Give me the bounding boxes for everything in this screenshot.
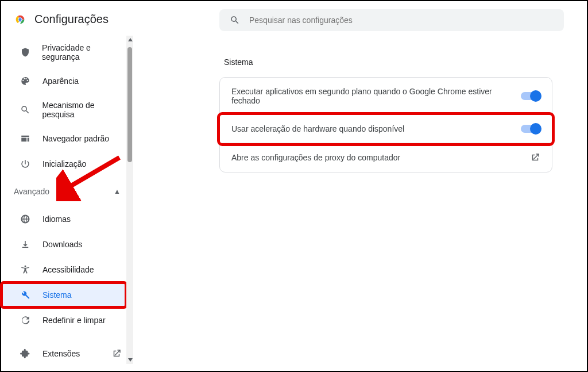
sidebar-item-label: Navegador padrão (42, 134, 109, 143)
toggle-bg-apps[interactable] (521, 92, 540, 100)
setting-label: Abre as configurações de proxy do comput… (231, 153, 400, 162)
setting-label: Usar aceleração de hardware quando dispo… (231, 124, 404, 133)
scroll-thumb[interactable] (127, 47, 132, 162)
sidebar: Configurações Privacidade e segurançaApa… (1, 1, 133, 371)
restore-icon (20, 315, 31, 326)
sidebar-item-label: Extensões (42, 349, 80, 358)
setting-row-proxy[interactable]: Abre as configurações de proxy do comput… (220, 143, 552, 172)
setting-row-bg-apps[interactable]: Executar aplicativos em segundo plano qu… (220, 78, 552, 115)
sidebar-item-about[interactable]: Sobre o Google Chrome (1, 366, 126, 372)
sidebar-item-label: Sistema (42, 290, 72, 300)
page-title: Configurações (34, 13, 109, 26)
sidebar-item-default-b[interactable]: Navegador padrão (1, 126, 126, 151)
sidebar-item-label: Privacidade e segurança (42, 43, 126, 62)
search-icon (230, 15, 240, 25)
toggle-hw-accel[interactable] (521, 125, 540, 133)
setting-row-hw-accel[interactable]: Usar aceleração de hardware quando dispo… (220, 115, 552, 143)
sidebar-item-privacy[interactable]: Privacidade e segurança (1, 36, 126, 68)
sidebar-item-label: Redefinir e limpar (42, 316, 106, 325)
nav-footer: ExtensõesSobre o Google Chrome (1, 341, 133, 372)
sidebar-scrollbar[interactable] (126, 36, 133, 364)
system-card: Executar aplicativos em segundo plano qu… (219, 77, 552, 172)
sidebar-item-a11y[interactable]: Acessibilidade (1, 257, 126, 282)
extension-icon (20, 348, 31, 359)
sidebar-item-startup[interactable]: Inicialização (1, 151, 126, 177)
power-icon (20, 158, 31, 170)
sidebar-item-label: Downloads (42, 240, 82, 249)
sidebar-item-downloads[interactable]: Downloads (1, 232, 126, 257)
nav-top: Privacidade e segurançaAparênciaMecanism… (1, 36, 133, 177)
sidebar-item-appearance[interactable]: Aparência (1, 68, 126, 94)
sidebar-header: Configurações (1, 8, 133, 36)
setting-label: Executar aplicativos em segundo plano qu… (231, 87, 512, 105)
section-title: Sistema (224, 57, 564, 67)
advanced-label: Avançado (14, 187, 49, 196)
external-link-icon (111, 348, 122, 359)
shield-icon (20, 47, 30, 58)
sidebar-item-system[interactable]: Sistema (1, 282, 126, 308)
sidebar-item-label: Aparência (42, 76, 79, 86)
sidebar-item-search-e[interactable]: Mecanismo de pesquisa (1, 94, 126, 126)
sidebar-item-label: Acessibilidade (42, 265, 94, 274)
advanced-section-toggle[interactable]: Avançado ▲ (1, 177, 133, 206)
sidebar-item-label: Inicialização (42, 159, 86, 168)
sidebar-item-languages[interactable]: Idiomas (1, 206, 126, 232)
globe-icon (20, 213, 31, 225)
browser-icon (20, 133, 31, 144)
chrome-logo-icon (14, 13, 26, 26)
sidebar-item-extensions[interactable]: Extensões (1, 341, 126, 366)
scroll-up-icon[interactable] (128, 38, 133, 41)
chevron-up-icon: ▲ (114, 187, 121, 195)
sidebar-item-label: Mecanismo de pesquisa (42, 101, 126, 119)
main-panel: Sistema Executar aplicativos em segundo … (133, 1, 587, 371)
search-input[interactable] (249, 16, 554, 25)
nav-advanced: IdiomasDownloadsAcessibilidadeSistemaRed… (1, 206, 133, 333)
search-icon (20, 104, 30, 116)
scroll-down-icon[interactable] (128, 358, 133, 362)
wrench-icon (20, 289, 31, 301)
download-icon (20, 239, 31, 250)
sidebar-item-reset[interactable]: Redefinir e limpar (1, 308, 126, 333)
settings-search[interactable] (219, 9, 564, 31)
launch-icon (530, 152, 540, 163)
sidebar-item-label: Idiomas (42, 214, 71, 224)
palette-icon (20, 75, 31, 87)
accessibility-icon (20, 264, 31, 275)
